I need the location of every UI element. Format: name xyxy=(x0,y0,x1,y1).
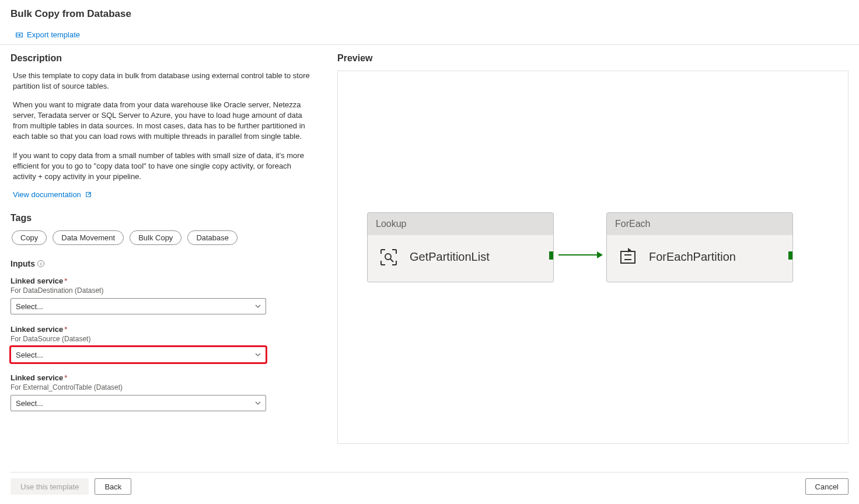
export-template-label: Export template xyxy=(27,30,80,39)
view-documentation-link[interactable]: View documentation xyxy=(11,190,92,199)
cancel-button[interactable]: Cancel xyxy=(805,478,848,495)
node-type-lookup: Lookup xyxy=(368,213,553,235)
output-port[interactable] xyxy=(788,251,793,260)
view-documentation-label: View documentation xyxy=(13,190,81,199)
page-title: Bulk Copy from Database xyxy=(11,8,848,20)
chevron-down-icon xyxy=(255,400,261,406)
linked-service-2-select[interactable]: Select... xyxy=(11,346,266,363)
tag-database: Database xyxy=(187,230,238,245)
tag-copy: Copy xyxy=(12,230,47,245)
pipeline-node-lookup[interactable]: Lookup GetPartitionList xyxy=(367,212,554,282)
back-button[interactable]: Back xyxy=(95,478,131,495)
tag-data-movement: Data Movement xyxy=(53,230,124,245)
chevron-down-icon xyxy=(255,303,261,309)
arrow-head-icon xyxy=(597,251,603,258)
linked-service-2-value: Select... xyxy=(16,351,43,359)
description-heading: Description xyxy=(11,53,314,64)
tag-bulk-copy: Bulk Copy xyxy=(130,230,181,245)
external-link-icon xyxy=(85,191,92,198)
preview-canvas[interactable]: Lookup GetPartitionList ForEach xyxy=(337,71,848,444)
linked-service-2-label: Linked service xyxy=(11,325,63,334)
description-p2: When you want to migrate data from your … xyxy=(11,100,314,142)
tags-heading: Tags xyxy=(11,213,314,223)
preview-heading: Preview xyxy=(337,53,848,64)
svg-rect-1 xyxy=(621,251,635,263)
description-p1: Use this template to copy data in bulk f… xyxy=(11,71,314,92)
chevron-down-icon xyxy=(255,352,261,358)
linked-service-1-sub: For DataDestination (Dataset) xyxy=(11,286,314,295)
output-port[interactable] xyxy=(549,251,554,260)
lookup-icon xyxy=(378,247,399,268)
linked-service-3-value: Select... xyxy=(16,399,43,408)
linked-service-3-sub: For External_ControlTable (Dataset) xyxy=(11,383,314,391)
inputs-heading-label: Inputs xyxy=(11,259,35,268)
inputs-heading: Inputs i xyxy=(11,259,44,268)
foreach-icon xyxy=(617,247,638,268)
linked-service-2-sub: For DataSource (Dataset) xyxy=(11,335,314,343)
use-this-template-button: Use this template xyxy=(11,478,89,495)
linked-service-3-select[interactable]: Select... xyxy=(11,395,266,411)
required-asterisk: * xyxy=(64,325,67,334)
required-asterisk: * xyxy=(64,276,67,285)
pipeline-node-foreach[interactable]: ForEach ForEachPartition xyxy=(606,212,793,282)
node-type-foreach: ForEach xyxy=(607,213,792,235)
connector-arrow xyxy=(558,254,598,256)
info-icon[interactable]: i xyxy=(37,260,44,267)
linked-service-3-label: Linked service xyxy=(11,373,63,382)
tags-row: Copy Data Movement Bulk Copy Database xyxy=(11,230,314,245)
export-icon xyxy=(15,31,23,39)
export-template-link[interactable]: Export template xyxy=(15,30,80,39)
node-name-lookup: GetPartitionList xyxy=(410,250,490,264)
required-asterisk: * xyxy=(64,373,67,382)
svg-point-0 xyxy=(385,254,391,260)
linked-service-1-value: Select... xyxy=(16,302,43,311)
linked-service-1-label: Linked service xyxy=(11,276,63,285)
linked-service-1-select[interactable]: Select... xyxy=(11,298,266,314)
description-p3: If you want to copy data from a small nu… xyxy=(11,150,314,183)
node-name-foreach: ForEachPartition xyxy=(649,250,736,264)
